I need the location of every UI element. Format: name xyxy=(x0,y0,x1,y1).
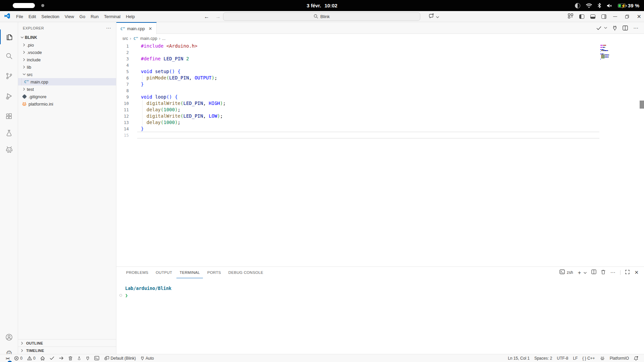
status-platformio[interactable] xyxy=(597,355,607,362)
close-button[interactable]: ✕ xyxy=(637,14,641,19)
tree-item-pio[interactable]: .pio xyxy=(18,41,116,49)
bluetooth-icon[interactable] xyxy=(598,3,601,8)
wifi-icon[interactable] xyxy=(586,3,592,8)
breadcrumb-symbol[interactable]: ... xyxy=(162,36,165,41)
status-0[interactable]: 0 xyxy=(25,355,38,362)
code-line-9[interactable]: 9void loop() { xyxy=(116,94,644,100)
status-platformio[interactable]: PlatformIO xyxy=(607,355,631,362)
code-line-1[interactable]: 1#include <Arduino.h> xyxy=(116,43,644,49)
split-editor-icon[interactable] xyxy=(623,25,628,31)
code-line-14[interactable]: 14} xyxy=(116,126,644,132)
status-trash[interactable] xyxy=(66,355,75,362)
account-icon[interactable] xyxy=(0,330,18,345)
serial-plug-icon[interactable] xyxy=(612,25,617,31)
forward-button[interactable]: → xyxy=(215,14,221,20)
menu-help[interactable]: Help xyxy=(123,12,138,21)
section-outline[interactable]: OUTLINE xyxy=(18,339,116,347)
restore-button[interactable] xyxy=(625,15,629,18)
system-clock[interactable]: 3 févr. 10:02 xyxy=(0,0,644,11)
panel-tab-output[interactable]: OUTPUT xyxy=(153,267,175,278)
editor-more-actions-icon[interactable]: ⋯ xyxy=(633,25,639,31)
status-bell[interactable] xyxy=(631,355,641,362)
minimap[interactable] xyxy=(600,43,639,83)
close-panel-icon[interactable]: ✕ xyxy=(634,269,639,276)
breadcrumb-file[interactable]: main.cpp xyxy=(140,36,157,41)
run-check-icon[interactable] xyxy=(596,26,601,30)
code-line-4[interactable]: 4 xyxy=(116,62,644,68)
explorer-more-actions[interactable]: ⋯ xyxy=(106,25,111,31)
code-line-2[interactable]: 2 xyxy=(116,49,644,56)
status-lf[interactable]: LF xyxy=(571,355,580,362)
code-line-11[interactable]: 11 delay(1000); xyxy=(116,107,644,113)
platformio-activity-icon[interactable] xyxy=(0,142,18,157)
menu-run[interactable]: Run xyxy=(88,12,101,21)
dark-mode-icon[interactable] xyxy=(575,3,580,8)
tab-maincpp[interactable]: C++main.cpp✕ xyxy=(116,22,157,34)
run-dropdown-chevron[interactable] xyxy=(604,27,607,29)
menu-selection[interactable]: Selection xyxy=(39,12,62,21)
source-control-activity-icon[interactable] xyxy=(0,69,18,83)
toggle-sidebar-icon[interactable] xyxy=(579,14,584,19)
status-home[interactable] xyxy=(38,355,47,362)
tree-item-maincpp[interactable]: C++main.cpp xyxy=(18,78,116,85)
tree-item-platformioini[interactable]: platformio.ini xyxy=(18,100,116,108)
code-line-13[interactable]: 13 delay(1000); xyxy=(116,119,644,126)
status-terminal[interactable] xyxy=(92,355,102,362)
tree-root-blink[interactable]: BLINK xyxy=(18,34,116,41)
code-editor[interactable]: 1#include <Arduino.h>23#define LED_PIN 2… xyxy=(116,43,644,266)
search-activity-icon[interactable] xyxy=(0,49,18,63)
testing-activity-icon[interactable] xyxy=(0,126,18,140)
status-utf-8[interactable]: UTF-8 xyxy=(554,355,571,362)
chat-dropdown-chevron[interactable] xyxy=(436,14,439,20)
toggle-panel-icon[interactable] xyxy=(590,14,595,19)
kill-terminal-icon[interactable] xyxy=(601,269,605,276)
split-terminal-icon[interactable] xyxy=(591,269,596,276)
panel-tab-terminal[interactable]: TERMINAL xyxy=(176,267,203,278)
code-line-7[interactable]: 7} xyxy=(116,81,644,87)
status-default-blink[interactable]: Default (Blink) xyxy=(102,355,138,362)
tree-item-lib[interactable]: lib xyxy=(18,63,116,71)
breadcrumb[interactable]: src › C++ main.cpp › ... xyxy=(116,34,644,43)
shell-name[interactable]: zsh xyxy=(567,270,573,275)
terminal-dropdown-chevron[interactable] xyxy=(584,269,587,276)
menu-edit[interactable]: Edit xyxy=(26,12,39,21)
editor-scrollbar-thumb[interactable] xyxy=(640,101,644,109)
extensions-activity-icon[interactable] xyxy=(0,109,18,124)
tree-item-vscode[interactable]: .vscode xyxy=(18,49,116,56)
mute-icon[interactable] xyxy=(607,3,612,8)
battery-indicator[interactable]: ⚡ 39 % xyxy=(618,3,639,8)
status-0[interactable]: 0 xyxy=(12,355,25,362)
tree-item-src[interactable]: src xyxy=(18,71,116,78)
run-debug-activity-icon[interactable] xyxy=(0,89,18,104)
command-center[interactable]: Blink xyxy=(223,12,420,21)
status-arrow-right[interactable] xyxy=(57,355,66,362)
customize-layout-icon[interactable] xyxy=(568,13,573,20)
status-ln-15-col-1[interactable]: Ln 15, Col 1 xyxy=(505,355,532,362)
chat-icon[interactable] xyxy=(429,13,434,20)
maximize-panel-icon[interactable] xyxy=(625,269,630,276)
panel-tab-ports[interactable]: PORTS xyxy=(204,267,224,278)
status-plug[interactable] xyxy=(84,355,92,362)
tree-item-gitignore[interactable]: .gitignore xyxy=(18,93,116,100)
status-check[interactable] xyxy=(47,355,57,362)
menu-go[interactable]: Go xyxy=(77,12,88,21)
status-spaces-2[interactable]: Spaces: 2 xyxy=(532,355,554,362)
code-line-10[interactable]: 10 digitalWrite(LED_PIN, HIGH); xyxy=(116,100,644,107)
panel-tab-problems[interactable]: PROBLEMS xyxy=(123,267,151,278)
menu-view[interactable]: View xyxy=(62,12,77,21)
panel-tab-debug-console[interactable]: DEBUG CONSOLE xyxy=(225,267,266,278)
tree-item-test[interactable]: test xyxy=(18,85,116,93)
tree-item-include[interactable]: include xyxy=(18,56,116,63)
minimize-button[interactable] xyxy=(613,16,617,17)
section-timeline[interactable]: TIMELINE xyxy=(18,347,116,354)
command-decoration-icon[interactable] xyxy=(119,294,122,297)
status-auto[interactable]: Auto xyxy=(138,355,156,362)
breadcrumb-folder[interactable]: src xyxy=(122,36,128,41)
back-button[interactable]: ← xyxy=(204,14,209,20)
status-flask[interactable] xyxy=(75,355,84,362)
panel-more-actions-icon[interactable]: ⋯ xyxy=(610,269,615,276)
menu-terminal[interactable]: Terminal xyxy=(101,12,123,21)
status-c++[interactable]: { } C++ xyxy=(580,355,597,362)
terminal[interactable]: Lab/arduino/Blink ❯ xyxy=(116,278,644,354)
code-line-12[interactable]: 12 digitalWrite(LED_PIN, LOW); xyxy=(116,113,644,119)
